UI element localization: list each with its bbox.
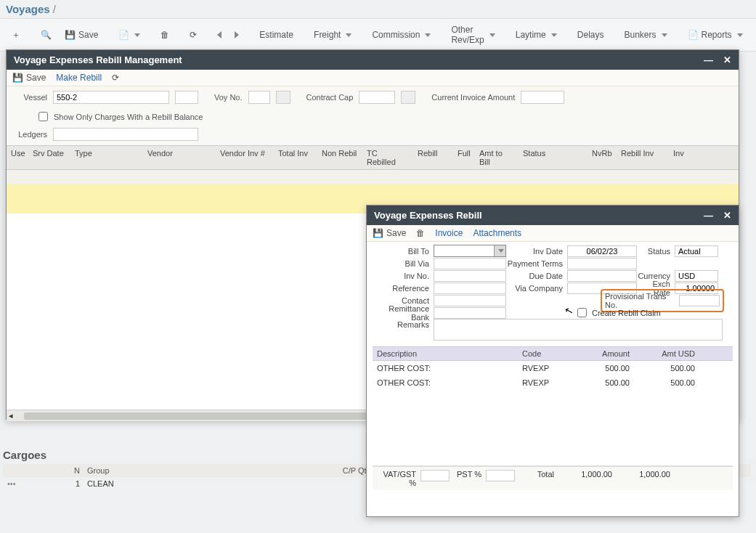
breadcrumb-title[interactable]: Voyages [6, 3, 50, 15]
contact-input[interactable] [434, 295, 506, 306]
col-amount[interactable]: Amount [576, 347, 634, 360]
lines-row[interactable]: OTHER COST:RVEXP500.00500.00 [373, 375, 733, 390]
col-inv[interactable]: Inv [669, 146, 691, 169]
refresh-button[interactable]: ⟳ [184, 27, 203, 43]
col-cpqty[interactable]: C/P Qty [298, 466, 370, 475]
inv-no-input[interactable] [434, 270, 506, 282]
cur-inv-label: Current Invoice Amount [431, 93, 515, 102]
rebill-save[interactable]: 💾 Save [373, 228, 406, 238]
col-srv-date[interactable]: Srv Date [28, 146, 70, 169]
new-button[interactable]: ＋ [6, 26, 26, 44]
payment-terms-label: Payment Terms [506, 259, 567, 268]
rebill-mgmt-form: Vessel Voy No. Contract Cap Current Invo… [7, 86, 739, 128]
next-button[interactable] [229, 28, 245, 41]
vessel-label: Vessel [14, 93, 47, 102]
rebill-minimize-button[interactable]: — [704, 210, 713, 221]
col-use[interactable]: Use [7, 146, 28, 169]
commission-menu[interactable]: Commission [366, 27, 436, 43]
voyno-suffix-input[interactable] [276, 91, 290, 104]
prev-button[interactable] [211, 28, 227, 41]
col-group[interactable]: Group [80, 466, 298, 475]
minimize-button[interactable]: — [704, 54, 713, 65]
contract-cap-input[interactable] [359, 91, 395, 104]
scroll-left-icon[interactable]: ◂ [7, 410, 15, 421]
col-amt-usd[interactable]: Amt USD [634, 347, 699, 360]
pst-input[interactable] [486, 470, 515, 481]
reference-input[interactable] [434, 282, 506, 294]
col-code[interactable]: Code [518, 347, 576, 360]
prov-trans-input[interactable] [679, 295, 720, 306]
col-vendor[interactable]: Vendor [143, 146, 216, 169]
breadcrumb: Voyages / [0, 0, 756, 18]
save-label: Save [78, 30, 98, 40]
rebill-title: Voyage Expenses Rebill [374, 210, 482, 221]
cell-code: RVEXP [518, 362, 576, 374]
vessel-suffix-input[interactable] [175, 91, 198, 104]
freight-menu[interactable]: Freight [308, 27, 357, 43]
contract-cap-suffix-input[interactable] [401, 91, 415, 104]
col-amt-to-bill[interactable]: Amt to Bill [475, 146, 519, 169]
voyno-input[interactable] [248, 91, 270, 104]
col-rebill[interactable]: Rebill [413, 146, 453, 169]
currency-input[interactable] [675, 270, 718, 282]
bill-via-input[interactable] [434, 258, 506, 269]
col-rebill-inv[interactable]: Rebill Inv [617, 146, 669, 169]
bill-to-dropdown[interactable] [434, 245, 506, 257]
bunkers-menu[interactable]: Bunkers [618, 27, 672, 43]
lines-row[interactable]: OTHER COST:RVEXP500.00500.00 [373, 361, 733, 375]
col-type[interactable]: Type [70, 146, 143, 169]
col-vendor-inv[interactable]: Vendor Inv # [216, 146, 274, 169]
rebill-mgmt-titlebar[interactable]: Voyage Expenses Rebill Management — ✕ [7, 50, 739, 70]
col-n[interactable]: N [51, 466, 80, 475]
rebill-delete[interactable]: 🗑 [416, 228, 425, 238]
save-button[interactable]: 💾 Save [59, 27, 104, 43]
other-rev-exp-menu[interactable]: Other Rev/Exp [445, 22, 500, 48]
delete-button[interactable]: 🗑 [155, 27, 175, 43]
reference-label: Reference [373, 284, 434, 293]
due-date-input[interactable] [567, 270, 637, 282]
col-full[interactable]: Full [453, 146, 475, 169]
delays-menu[interactable]: Delays [572, 27, 610, 43]
payment-terms-input[interactable] [567, 258, 637, 269]
col-total-inv[interactable]: Total Inv [274, 146, 317, 169]
cur-inv-input[interactable] [521, 91, 564, 104]
grid-row[interactable] [7, 170, 739, 184]
chevron-down-icon[interactable] [494, 245, 505, 256]
copy-button[interactable]: 📄 [113, 27, 146, 43]
col-tc-rebilled[interactable]: TC Rebilled [362, 146, 413, 169]
vessel-input[interactable] [53, 91, 169, 104]
vat-input[interactable] [420, 470, 450, 481]
estimate-menu[interactable]: Estimate [253, 27, 299, 43]
status-input[interactable] [675, 245, 718, 257]
make-rebill-link[interactable]: Make Rebill [56, 73, 102, 83]
col-non-rebil[interactable]: Non Rebil [317, 146, 362, 169]
rebill-mgmt-refresh[interactable]: ⟳ [112, 73, 119, 83]
col-desc[interactable]: Description [373, 347, 518, 360]
bill-via-label: Bill Via [373, 259, 434, 268]
col-status[interactable]: Status [519, 146, 588, 169]
create-rebill-checkbox[interactable] [577, 308, 587, 317]
ledgers-input[interactable] [53, 128, 198, 141]
remit-bank-input[interactable] [434, 307, 506, 319]
row-menu-icon[interactable]: ••• [7, 479, 51, 488]
cell-amount: 500.00 [576, 377, 634, 388]
lines-grid-body[interactable]: OTHER COST:RVEXP500.00500.00OTHER COST:R… [373, 361, 733, 466]
inv-date-input[interactable] [567, 245, 637, 257]
rebill-titlebar[interactable]: Voyage Expenses Rebill — ✕ [367, 206, 739, 225]
cell-group: CLEAN [80, 479, 298, 488]
reports-menu[interactable]: 📄 Reports [682, 27, 749, 43]
rebill-mgmt-save[interactable]: 💾 Save [12, 73, 46, 83]
rebill-close-button[interactable]: ✕ [723, 210, 731, 221]
contract-cap-label: Contract Cap [306, 93, 354, 102]
remarks-input[interactable] [434, 319, 723, 341]
warning-icon[interactable]: ▲ [750, 26, 756, 44]
attachments-link[interactable]: Attachments [473, 228, 521, 238]
laytime-menu[interactable]: Laytime [510, 27, 563, 43]
cell-n: 1 [51, 479, 80, 488]
col-nvrb[interactable]: NvRb [588, 146, 617, 169]
invoice-link[interactable]: Invoice [435, 228, 463, 238]
show-only-checkbox[interactable] [38, 112, 48, 121]
search-button[interactable]: 🔍 [35, 27, 57, 43]
close-button[interactable]: ✕ [723, 54, 731, 65]
create-rebill-label: Create Rebill Claim [589, 309, 661, 317]
